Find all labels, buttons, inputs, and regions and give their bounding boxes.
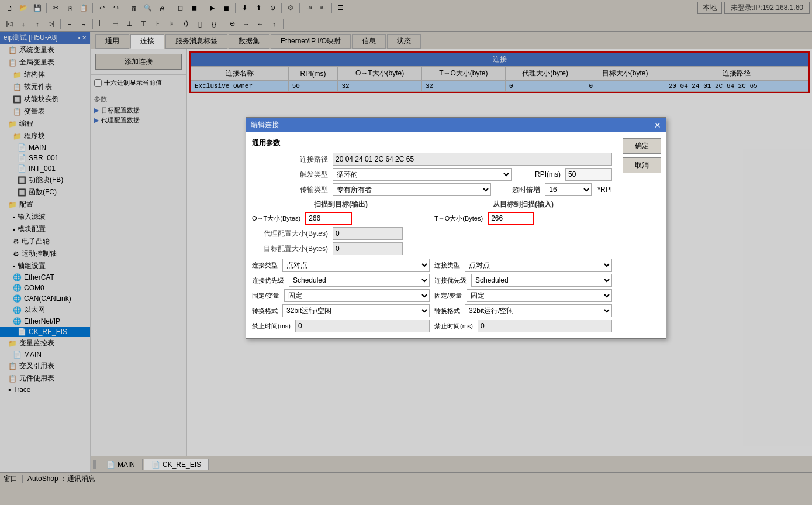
conn-type-columns: 连接类型 点对点 组播 连接类型 xyxy=(252,259,612,272)
transport-type-select[interactable]: 专有所有者 输入专用 监听专用 xyxy=(333,183,491,196)
trigger-rpi-row: 触发类型 循环的 状态改变 应用触发 RPI(ms) xyxy=(252,168,612,181)
rpi-input[interactable] xyxy=(565,168,612,181)
output-column: 扫描到目标(输出) O→T大小(Bytes) xyxy=(252,200,430,225)
conn-path-label: 连接路径 xyxy=(252,154,328,164)
left-inhibit-label: 禁止时间(ms) xyxy=(252,322,291,331)
timeout-mult-label: 超时倍增 xyxy=(505,185,540,195)
left-format-col: 转换格式 32bit运行/空闲 16bit运行/空闲 纯数据 xyxy=(252,304,430,317)
transport-select-wrap: 专有所有者 输入专用 监听专用 xyxy=(333,183,491,196)
left-conn-type-col: 连接类型 点对点 组播 xyxy=(252,259,430,272)
left-format-select[interactable]: 32bit运行/空闲 16bit运行/空闲 纯数据 xyxy=(282,304,430,317)
target-config-dlg-label: 目标配置大小(Bytes) xyxy=(252,244,328,254)
right-priority-select[interactable]: Scheduled High Low Urgent xyxy=(471,274,612,287)
edit-connection-dialog: 编辑连接 ✕ 通用参数 连接路径 触发类型 循环的 状态改变 应用触发 xyxy=(246,117,666,339)
right-inhibit-col: 禁止时间(ms) xyxy=(434,320,612,332)
ok-button[interactable]: 确定 xyxy=(623,138,661,154)
priority-columns: 连接优先级 Scheduled High Low Urgent xyxy=(252,274,612,287)
left-fixed-var-select[interactable]: 固定 变量 xyxy=(284,289,430,302)
right-inhibit-row: 禁止时间(ms) xyxy=(434,320,612,332)
target-to-scan-header: 从目标到扫描(输入) xyxy=(434,200,612,209)
right-format-row: 转换格式 32bit运行/空闲 16bit运行/空闲 纯数据 xyxy=(434,304,612,317)
dialog-titlebar: 编辑连接 ✕ xyxy=(246,118,666,132)
right-format-wrap: 32bit运行/空闲 16bit运行/空闲 纯数据 xyxy=(465,304,612,317)
right-format-col: 转换格式 32bit运行/空闲 16bit运行/空闲 纯数据 xyxy=(434,304,612,317)
trigger-type-label: 触发类型 xyxy=(252,170,328,180)
transport-timeout-row: 传输类型 专有所有者 输入专用 监听专用 超时倍增 16 32 64 xyxy=(252,183,612,196)
scan-to-target-header: 扫描到目标(输出) xyxy=(252,200,430,209)
left-fixed-var-col: 固定/变量 固定 变量 xyxy=(252,289,430,302)
right-fixed-var-label: 固定/变量 xyxy=(434,291,462,300)
left-fixed-var-label: 固定/变量 xyxy=(252,291,279,300)
right-priority-col: 连接优先级 Scheduled High Low Urgent xyxy=(434,274,612,287)
left-priority-label: 连接优先级 xyxy=(252,276,284,285)
right-conn-type-row: 连接类型 点对点 组播 xyxy=(434,259,612,272)
proxy-config-input xyxy=(333,227,403,240)
timeout-select-wrap: 16 32 64 xyxy=(545,183,592,196)
right-priority-row: 连接优先级 Scheduled High Low Urgent xyxy=(434,274,612,287)
left-conn-type-label: 连接类型 xyxy=(252,261,278,270)
target-config-row-dlg: 目标配置大小(Bytes) xyxy=(252,242,612,255)
trigger-type-select[interactable]: 循环的 状态改变 应用触发 xyxy=(333,168,512,181)
right-format-select[interactable]: 32bit运行/空闲 16bit运行/空闲 纯数据 xyxy=(465,304,612,317)
format-columns: 转换格式 32bit运行/空闲 16bit运行/空闲 纯数据 转换格式 xyxy=(252,304,612,317)
left-fixed-var-wrap: 固定 变量 xyxy=(284,289,430,302)
left-priority-row: 连接优先级 Scheduled High Low Urgent xyxy=(252,274,430,287)
t-to-o-row: T→O大小(Bytes) xyxy=(434,212,612,225)
right-fixed-var-row: 固定/变量 固定 变量 xyxy=(434,289,612,302)
cancel-button[interactable]: 取消 xyxy=(623,157,661,173)
left-conn-type-wrap: 点对点 组播 xyxy=(282,259,430,272)
fixed-var-columns: 固定/变量 固定 变量 固定/变量 xyxy=(252,289,612,302)
right-format-label: 转换格式 xyxy=(434,307,460,315)
rpi-label: RPI(ms) xyxy=(526,170,561,178)
right-priority-wrap: Scheduled High Low Urgent xyxy=(471,274,612,287)
io-columns: 扫描到目标(输出) O→T大小(Bytes) 从目标到扫描(输入) T→O大小(… xyxy=(252,200,612,225)
dialog-close-button[interactable]: ✕ xyxy=(654,121,661,130)
right-inhibit-input xyxy=(478,320,612,332)
left-priority-wrap: Scheduled High Low Urgent xyxy=(289,274,430,287)
right-priority-label: 连接优先级 xyxy=(434,276,467,285)
left-inhibit-row: 禁止时间(ms) xyxy=(252,320,430,332)
left-format-label: 转换格式 xyxy=(252,307,278,315)
conn-path-row: 连接路径 xyxy=(252,153,612,166)
proxy-config-row-dlg: 代理配置大小(Bytes) xyxy=(252,227,612,240)
left-priority-select[interactable]: Scheduled High Low Urgent xyxy=(289,274,430,287)
left-format-row: 转换格式 32bit运行/空闲 16bit运行/空闲 纯数据 xyxy=(252,304,430,317)
right-conn-type-col: 连接类型 点对点 组播 xyxy=(434,259,612,272)
dialog-section-title: 通用参数 xyxy=(252,138,612,148)
right-conn-type-label: 连接类型 xyxy=(434,261,460,270)
o-to-t-input[interactable] xyxy=(305,212,352,225)
left-conn-type-select[interactable]: 点对点 组播 xyxy=(282,259,430,272)
right-fixed-var-wrap: 固定 变量 xyxy=(467,289,612,302)
dialog-main: 通用参数 连接路径 触发类型 循环的 状态改变 应用触发 RPI(ms) xyxy=(246,132,618,338)
dialog-inner: 通用参数 连接路径 触发类型 循环的 状态改变 应用触发 RPI(ms) xyxy=(246,132,666,338)
target-config-input xyxy=(333,242,403,255)
dialog-buttons: 确定 取消 xyxy=(618,132,666,338)
right-conn-type-wrap: 点对点 组播 xyxy=(465,259,612,272)
right-fixed-var-col: 固定/变量 固定 变量 xyxy=(434,289,612,302)
t-to-o-input[interactable] xyxy=(488,212,534,225)
timeout-unit: *RPI xyxy=(597,185,612,194)
right-inhibit-label: 禁止时间(ms) xyxy=(434,322,473,331)
left-priority-col: 连接优先级 Scheduled High Low Urgent xyxy=(252,274,430,287)
t-to-o-label: T→O大小(Bytes) xyxy=(434,214,483,223)
left-format-wrap: 32bit运行/空闲 16bit运行/空闲 纯数据 xyxy=(282,304,430,317)
o-to-t-row: O→T大小(Bytes) xyxy=(252,212,430,225)
transport-type-label: 传输类型 xyxy=(252,185,328,195)
proxy-config-dlg-label: 代理配置大小(Bytes) xyxy=(252,229,328,239)
left-conn-type-row: 连接类型 点对点 组播 xyxy=(252,259,430,272)
dialog-title: 编辑连接 xyxy=(251,120,279,130)
left-inhibit-col: 禁止时间(ms) xyxy=(252,320,430,332)
input-column: 从目标到扫描(输入) T→O大小(Bytes) xyxy=(434,200,612,225)
timeout-mult-select[interactable]: 16 32 64 xyxy=(545,183,592,196)
left-inhibit-input xyxy=(295,320,430,332)
right-conn-type-select[interactable]: 点对点 组播 xyxy=(465,259,612,272)
left-fixed-var-row: 固定/变量 固定 变量 xyxy=(252,289,430,302)
right-fixed-var-select[interactable]: 固定 变量 xyxy=(467,289,612,302)
inhibit-columns: 禁止时间(ms) 禁止时间(ms) xyxy=(252,320,612,332)
o-to-t-label: O→T大小(Bytes) xyxy=(252,214,300,223)
conn-path-input[interactable] xyxy=(333,153,612,166)
trigger-select-wrap: 循环的 状态改变 应用触发 xyxy=(333,168,512,181)
